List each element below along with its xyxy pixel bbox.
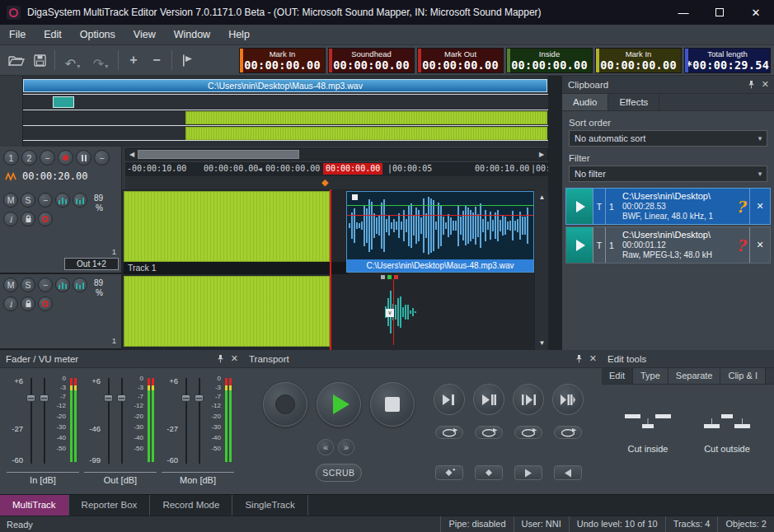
fader-slider[interactable] (195, 378, 204, 464)
track-count-2-button[interactable]: 2 (21, 150, 37, 166)
menu-view[interactable]: View (124, 25, 165, 45)
minimize-track-button[interactable]: − (38, 193, 53, 208)
track-name-label[interactable]: Track 1 (124, 262, 348, 274)
zoom-out-button[interactable]: − (145, 49, 168, 72)
track-info-button[interactable]: i (3, 296, 18, 311)
tab-multitrack[interactable]: MultiTrack (0, 495, 69, 516)
record-enable-button[interactable] (38, 296, 53, 311)
close-panel-icon[interactable]: ✕ (231, 354, 238, 363)
fader-slider[interactable] (26, 378, 35, 464)
lock-track-button[interactable] (21, 212, 35, 226)
zoom-in-button[interactable]: + (122, 49, 145, 72)
fader-slider[interactable] (181, 378, 190, 464)
tab-clip-in[interactable]: Clip & I (720, 368, 765, 384)
filter-select[interactable]: No filter ▾ (569, 166, 767, 182)
tab-audio[interactable]: Audio (562, 94, 608, 110)
clip-handle[interactable] (352, 194, 358, 200)
track-info-button[interactable]: i (3, 212, 18, 226)
meter-mode-button[interactable] (73, 278, 87, 292)
fader-thumb[interactable] (181, 394, 190, 402)
track-count-1-button[interactable]: 1 (3, 150, 19, 166)
menu-options[interactable]: Options (71, 25, 124, 45)
fader-thumb[interactable] (195, 394, 204, 402)
save-button[interactable] (28, 49, 51, 72)
record-enable-button[interactable] (38, 212, 53, 226)
fader-slider[interactable] (117, 378, 126, 464)
scrollbar-thumb[interactable] (138, 150, 299, 159)
tab-record-mode[interactable]: Record Mode (150, 495, 232, 516)
audio-clip-green[interactable] (124, 191, 330, 262)
lock-track-button[interactable] (21, 296, 35, 311)
remove-item-button[interactable]: ✕ (749, 227, 770, 263)
fast-forward-button[interactable]: » (338, 439, 354, 455)
tab-separate[interactable]: Separate (668, 368, 721, 384)
timeline-ruler[interactable]: -00:00:10.00 00:00:00.00 ◀ 00:00:00.00 0… (125, 162, 548, 176)
next-object-button[interactable] (514, 465, 542, 480)
track-1-content[interactable]: Track 1 C:\Users\nin\Desktop\Maus-48.mp3… (124, 189, 534, 274)
pause-mode-button[interactable] (76, 150, 91, 166)
goto-mark-in-button[interactable] (435, 465, 463, 480)
remove-item-button[interactable]: ✕ (749, 189, 770, 224)
remove-track-button[interactable]: − (94, 150, 110, 166)
cut-inside-button[interactable]: Cut inside (612, 404, 684, 474)
meter-mode-button[interactable] (73, 193, 87, 208)
audio-clip-teal[interactable]: v (383, 279, 420, 345)
marker-lane[interactable]: ◆ (125, 176, 548, 189)
menu-edit[interactable]: Edit (35, 25, 71, 45)
tab-type[interactable]: Type (633, 368, 668, 384)
tab-singletrack[interactable]: SingleTrack (232, 495, 307, 516)
maximize-button[interactable] (701, 0, 738, 25)
previous-object-button[interactable] (554, 465, 582, 480)
scroll-down-icon[interactable]: ▼ (535, 337, 549, 348)
play-pause-button[interactable] (473, 384, 504, 415)
redo-button[interactable]: ↷ ▾ (87, 49, 115, 72)
play-to-mark-button[interactable] (434, 384, 465, 415)
output-routing-button[interactable]: Out 1+2 (64, 258, 119, 270)
minimize-track-button[interactable]: − (38, 278, 53, 292)
fader-slider[interactable] (40, 378, 49, 464)
record-arm-button[interactable] (58, 150, 73, 166)
menu-file[interactable]: File (0, 25, 35, 45)
tab-effects[interactable]: Effects (608, 94, 659, 110)
mute-button[interactable]: M (3, 193, 18, 208)
playhead-marker-icon[interactable]: ◆ (321, 177, 328, 188)
fader-thumb[interactable] (26, 394, 35, 402)
mute-button[interactable]: M (3, 278, 18, 292)
audio-clip-green[interactable] (124, 276, 330, 347)
fader-thumb[interactable] (104, 394, 113, 402)
scroll-left-icon[interactable]: ◀ (126, 149, 138, 160)
playhead-line[interactable] (330, 189, 331, 274)
close-panel-icon[interactable]: ✕ (589, 354, 597, 363)
scrub-button[interactable]: SCRUB (316, 464, 362, 482)
undo-button[interactable]: ↶ ▾ (59, 49, 87, 72)
stop-button[interactable] (370, 382, 415, 427)
play-skip-button[interactable] (552, 384, 584, 415)
overview-clip-teal[interactable] (53, 96, 74, 108)
loop-mode-button[interactable] (475, 426, 503, 439)
volume-marker[interactable]: v (386, 309, 394, 317)
cut-outside-button[interactable]: Cut outside (691, 404, 763, 474)
collapse-tracks-button[interactable]: − (40, 150, 55, 166)
pin-icon[interactable] (747, 80, 756, 89)
vu-display-button[interactable] (55, 278, 70, 292)
tab-reporter-box[interactable]: Reporter Box (69, 495, 151, 516)
clipboard-item[interactable]: T 1 C:\Users\nin\Desktop\ 00:00:01.12 Ra… (565, 226, 771, 264)
tab-edit[interactable]: Edit (602, 368, 633, 384)
pin-icon[interactable] (216, 354, 225, 363)
solo-button[interactable]: S (21, 278, 35, 292)
clipboard-item[interactable]: T 1 C:\Users\nin\Desktop\ 00:00:28.53 BW… (565, 188, 771, 225)
play-selection-button[interactable] (513, 384, 544, 415)
scroll-up-icon[interactable]: ▲ (535, 191, 549, 203)
goto-mark-button[interactable] (475, 465, 503, 480)
horizontal-scrollbar[interactable]: ◀ ▶ (125, 148, 548, 161)
close-button[interactable]: ✕ (738, 0, 774, 25)
play-button[interactable] (317, 382, 361, 427)
rewind-button[interactable]: « (317, 439, 334, 455)
playhead-line[interactable] (330, 274, 331, 350)
overview-clip-green[interactable] (185, 111, 547, 124)
loop-mode-button[interactable] (514, 426, 542, 439)
menu-window[interactable]: Window (165, 25, 219, 45)
minimize-button[interactable]: — (665, 0, 701, 25)
sort-order-select[interactable]: No automatic sort ▾ (569, 130, 767, 147)
close-panel-icon[interactable]: ✕ (762, 80, 769, 89)
